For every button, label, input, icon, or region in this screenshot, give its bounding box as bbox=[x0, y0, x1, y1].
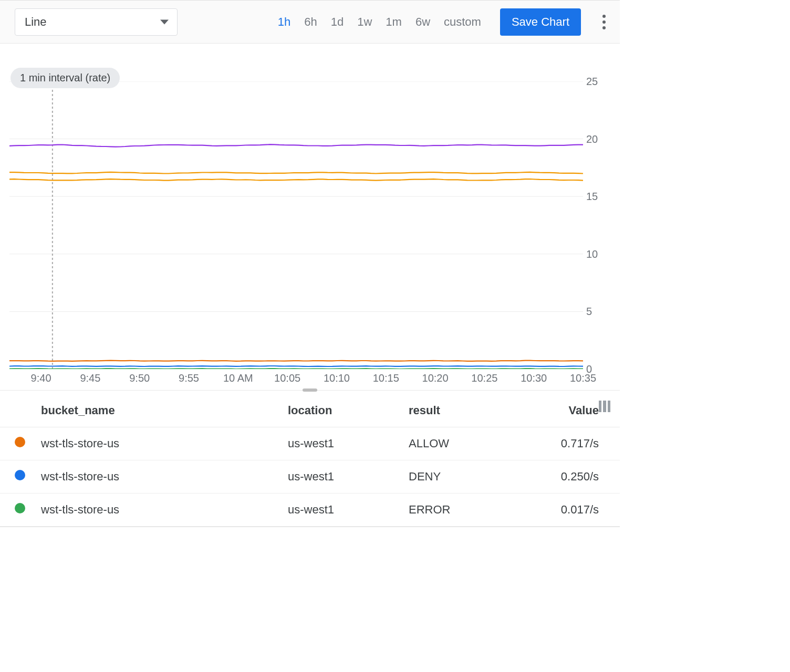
cell-result: ALLOW bbox=[402, 427, 513, 460]
y-tick-label: 10 bbox=[586, 248, 598, 260]
cell-bucket: wst-tls-store-us bbox=[35, 427, 282, 460]
series-line[interactable] bbox=[9, 179, 583, 181]
x-tick-label: 10:25 bbox=[471, 372, 497, 384]
cell-location: us-west1 bbox=[282, 460, 402, 494]
x-tick-label: 10 AM bbox=[223, 372, 253, 384]
series-color-dot bbox=[15, 503, 25, 513]
chart-area: 1 min interval (rate) 0510152025 9:409:4… bbox=[0, 44, 620, 390]
time-range-6w[interactable]: 6w bbox=[413, 12, 432, 32]
x-tick-label: 10:30 bbox=[521, 372, 547, 384]
interval-pill[interactable]: 1 min interval (rate) bbox=[11, 68, 120, 88]
cell-bucket: wst-tls-store-us bbox=[35, 494, 282, 527]
legend-row[interactable]: wst-tls-store-usus-west1ERROR0.017/s bbox=[0, 494, 620, 527]
cell-bucket: wst-tls-store-us bbox=[35, 460, 282, 494]
series-line[interactable] bbox=[9, 361, 583, 361]
col-header-result[interactable]: result bbox=[402, 394, 513, 427]
cell-result: ERROR bbox=[402, 494, 513, 527]
x-tick-label: 10:20 bbox=[422, 372, 449, 384]
time-range-6h[interactable]: 6h bbox=[302, 12, 319, 32]
x-axis-labels: 9:409:459:509:5510 AM10:0510:1010:1510:2… bbox=[9, 372, 583, 388]
time-range-picker: 1h6h1d1w1m6wcustom bbox=[276, 12, 483, 32]
save-chart-button[interactable]: Save Chart bbox=[500, 8, 581, 36]
time-range-1m[interactable]: 1m bbox=[383, 12, 404, 32]
cell-value: 0.250/s bbox=[513, 460, 620, 494]
x-tick-label: 9:45 bbox=[80, 372, 100, 384]
time-range-1d[interactable]: 1d bbox=[329, 12, 346, 32]
x-tick-label: 10:10 bbox=[324, 372, 350, 384]
toolbar: Line 1h6h1d1w1m6wcustom Save Chart bbox=[0, 1, 620, 44]
chart-type-label: Line bbox=[25, 15, 47, 29]
col-header-location[interactable]: location bbox=[282, 394, 402, 427]
col-header-bucket[interactable]: bucket_name bbox=[35, 394, 282, 427]
x-tick-label: 9:50 bbox=[129, 372, 150, 384]
x-tick-label: 9:40 bbox=[31, 372, 51, 384]
y-tick-label: 15 bbox=[586, 191, 598, 203]
y-tick-label: 25 bbox=[586, 76, 598, 88]
legend-header-row: bucket_name location result Value bbox=[0, 394, 620, 427]
columns-icon[interactable] bbox=[599, 401, 610, 412]
chart-plot[interactable] bbox=[9, 81, 583, 369]
chart-panel: Line 1h6h1d1w1m6wcustom Save Chart 1 min… bbox=[0, 0, 620, 527]
series-line[interactable] bbox=[9, 366, 583, 366]
series-line[interactable] bbox=[9, 144, 583, 147]
x-tick-label: 10:15 bbox=[373, 372, 399, 384]
y-tick-label: 0 bbox=[586, 363, 592, 375]
table-resize-handle[interactable] bbox=[0, 390, 620, 394]
series-line[interactable] bbox=[9, 172, 583, 174]
legend-table: bucket_name location result Value wst-tl… bbox=[0, 394, 620, 527]
chevron-down-icon bbox=[160, 19, 169, 24]
cell-location: us-west1 bbox=[282, 427, 402, 460]
series-line[interactable] bbox=[9, 369, 583, 369]
cell-result: DENY bbox=[402, 460, 513, 494]
legend-row[interactable]: wst-tls-store-usus-west1ALLOW0.717/s bbox=[0, 427, 620, 460]
legend-row[interactable]: wst-tls-store-usus-west1DENY0.250/s bbox=[0, 460, 620, 494]
y-tick-label: 20 bbox=[586, 133, 598, 145]
time-range-1w[interactable]: 1w bbox=[355, 12, 374, 32]
cell-value: 0.717/s bbox=[513, 427, 620, 460]
x-tick-label: 10:35 bbox=[570, 372, 596, 384]
cell-location: us-west1 bbox=[282, 494, 402, 527]
grip-icon bbox=[303, 388, 317, 392]
y-tick-label: 5 bbox=[586, 306, 592, 318]
time-range-1h[interactable]: 1h bbox=[276, 12, 293, 32]
y-axis-labels: 0510152025 bbox=[586, 81, 616, 369]
overflow-menu-button[interactable] bbox=[595, 9, 614, 35]
x-tick-label: 10:05 bbox=[274, 372, 300, 384]
cell-value: 0.017/s bbox=[513, 494, 620, 527]
series-color-dot bbox=[15, 470, 25, 480]
series-color-dot bbox=[15, 437, 25, 447]
x-tick-label: 9:55 bbox=[179, 372, 199, 384]
chart-type-select[interactable]: Line bbox=[15, 8, 178, 36]
time-range-custom[interactable]: custom bbox=[442, 12, 483, 32]
